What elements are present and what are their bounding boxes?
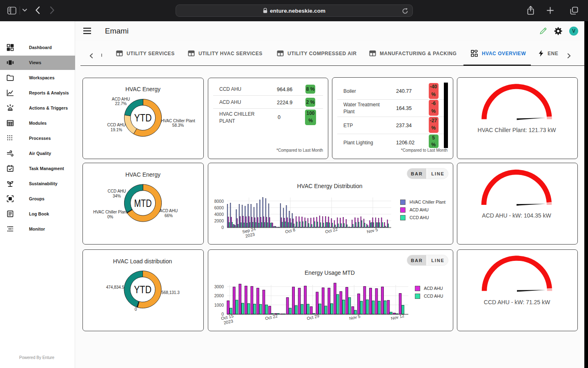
svg-text:MTD: MTD (134, 197, 152, 209)
svg-text:YTD: YTD (134, 283, 151, 296)
svg-text:YTD: YTD (134, 112, 152, 124)
